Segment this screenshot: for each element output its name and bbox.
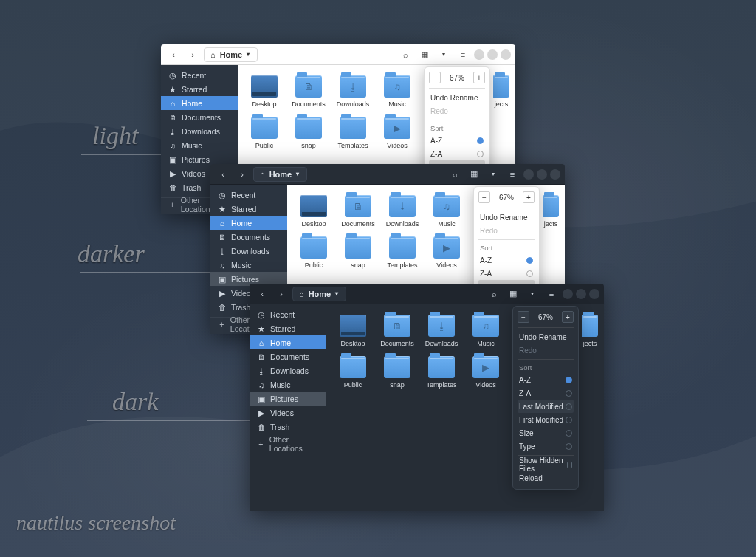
zoom-in-button[interactable]: +	[562, 311, 574, 323]
sidebar-item-home[interactable]: ⌂Home	[250, 335, 326, 349]
sidebar-item-pictures[interactable]: ▣Pictures	[250, 392, 326, 406]
reload-menu-item[interactable]: Reload	[518, 471, 574, 485]
sidebar-item-music[interactable]: ♫Music	[250, 377, 326, 392]
sort-option-a-z[interactable]: A-Z	[478, 253, 535, 267]
sidebar-item-recent[interactable]: ◷Recent	[210, 188, 287, 202]
zoom-out-button[interactable]: −	[478, 191, 490, 203]
sidebar-item-recent[interactable]: ◷Recent	[250, 307, 326, 321]
folder-item-desktop[interactable]: Desktop	[334, 315, 372, 347]
sidebar-item-home[interactable]: ⌂Home	[210, 216, 287, 230]
view-grid-button[interactable]: ▦	[505, 286, 521, 302]
sort-option-first-modified[interactable]: First Modified	[518, 413, 574, 426]
view-grid-button[interactable]: ▦	[466, 166, 482, 182]
folder-item[interactable]: jects	[493, 75, 509, 108]
path-button[interactable]: ⌂Home▾	[204, 47, 258, 62]
sidebar-item-videos[interactable]: ▶Videos	[250, 406, 326, 420]
folder-item[interactable]: jects	[582, 315, 598, 347]
sort-option-last-modified[interactable]: Last Modified	[518, 400, 574, 413]
window-maximize-button[interactable]	[537, 169, 547, 180]
window-close-button[interactable]	[550, 169, 560, 180]
folder-item-snap[interactable]: snap	[289, 117, 328, 149]
folder-item-videos[interactable]: ▶Videos	[378, 117, 416, 149]
sidebar-item-downloads[interactable]: ⭳Downloads	[161, 124, 238, 138]
sidebar-item-downloads[interactable]: ⭳Downloads	[250, 363, 326, 377]
sidebar-item-documents[interactable]: 🗎Documents	[161, 110, 238, 124]
show-hidden-menu-item[interactable]: Show Hidden Files	[518, 458, 574, 471]
folder-item-documents[interactable]: 🗎Documents	[289, 75, 328, 108]
content-area[interactable]: jectsDesktop🗎Documents⭳Downloads♫MusicPu…	[326, 304, 604, 511]
hamburger-button[interactable]: ≡	[504, 166, 520, 182]
folder-item-documents[interactable]: 🗎Documents	[378, 315, 416, 347]
folder-item-music[interactable]: ♫Music	[378, 75, 416, 108]
folder-item-documents[interactable]: 🗎Documents	[339, 195, 377, 228]
search-button[interactable]: ⌕	[486, 286, 502, 302]
view-dropdown-button[interactable]: ▾	[485, 166, 501, 182]
search-button[interactable]: ⌕	[447, 166, 463, 182]
undo-menu-item[interactable]: Undo Rename	[429, 91, 485, 104]
folder-item-downloads[interactable]: ⭳Downloads	[334, 75, 372, 108]
undo-menu-item[interactable]: Undo Rename	[518, 330, 574, 344]
folder-item-templates[interactable]: Templates	[334, 117, 372, 149]
undo-menu-item[interactable]: Undo Rename	[478, 211, 535, 224]
folder-item-downloads[interactable]: ⭳Downloads	[422, 315, 461, 347]
nav-back-button[interactable]: ‹	[215, 166, 231, 182]
nav-forward-button[interactable]: ›	[273, 286, 289, 302]
sidebar-item-starred[interactable]: ★Starred	[210, 202, 287, 216]
view-grid-button[interactable]: ▦	[416, 47, 433, 63]
folder-item-templates[interactable]: Templates	[422, 356, 461, 389]
sort-option-a-z[interactable]: A-Z	[518, 373, 574, 386]
folder-item-desktop[interactable]: Desktop	[245, 75, 284, 108]
sort-option-size[interactable]: Size	[518, 426, 574, 440]
sidebar-item-trash[interactable]: 🗑Trash	[250, 420, 326, 434]
path-button[interactable]: ⌂Home▾	[292, 287, 346, 301]
folder-item-snap[interactable]: snap	[378, 356, 416, 389]
folder-item-music[interactable]: ♫Music	[467, 315, 505, 347]
folder-item[interactable]: jects	[543, 195, 559, 228]
sidebar-item-music[interactable]: ♫Music	[161, 138, 238, 152]
nav-forward-button[interactable]: ›	[185, 47, 201, 63]
sidebar-item-downloads[interactable]: ⭳Downloads	[210, 244, 287, 258]
sidebar-item-music[interactable]: ♫Music	[210, 258, 287, 272]
window-minimize-button[interactable]	[474, 49, 484, 60]
folder-item-downloads[interactable]: ⭳Downloads	[383, 195, 422, 228]
nav-back-button[interactable]: ‹	[254, 286, 270, 302]
zoom-out-button[interactable]: −	[429, 72, 441, 83]
sidebar-item-documents[interactable]: 🗎Documents	[210, 230, 287, 244]
sidebar-item-starred[interactable]: ★Starred	[250, 321, 326, 335]
window-close-button[interactable]	[501, 49, 511, 60]
folder-item-desktop[interactable]: Desktop	[295, 195, 333, 228]
zoom-in-button[interactable]: +	[473, 72, 485, 83]
sidebar-item-starred[interactable]: ★Starred	[161, 82, 238, 96]
zoom-in-button[interactable]: +	[523, 191, 535, 203]
sort-option-a-z[interactable]: A-Z	[429, 134, 485, 147]
hamburger-button[interactable]: ≡	[543, 286, 560, 302]
sidebar-item-documents[interactable]: 🗎Documents	[250, 349, 326, 363]
sort-option-z-a[interactable]: Z-A	[429, 147, 485, 160]
window-minimize-button[interactable]	[523, 169, 534, 180]
zoom-out-button[interactable]: −	[518, 311, 529, 323]
window-minimize-button[interactable]	[563, 289, 573, 299]
folder-item-videos[interactable]: ▶Videos	[427, 236, 466, 269]
sidebar-item-recent[interactable]: ◷Recent	[161, 68, 238, 82]
window-maximize-button[interactable]	[487, 49, 498, 60]
folder-item-public[interactable]: Public	[245, 117, 284, 149]
path-button[interactable]: ⌂Home▾	[253, 167, 307, 182]
hamburger-button[interactable]: ≡	[455, 47, 471, 63]
nav-back-button[interactable]: ‹	[165, 47, 182, 63]
search-button[interactable]: ⌕	[397, 47, 413, 63]
folder-item-snap[interactable]: snap	[339, 236, 377, 269]
view-dropdown-button[interactable]: ▾	[524, 286, 540, 302]
sort-option-type[interactable]: Type	[518, 440, 574, 453]
nav-forward-button[interactable]: ›	[234, 166, 250, 182]
sidebar-item-home[interactable]: ⌂Home	[161, 96, 238, 110]
folder-item-public[interactable]: Public	[334, 356, 372, 389]
folder-item-music[interactable]: ♫Music	[427, 195, 466, 228]
folder-item-templates[interactable]: Templates	[383, 236, 422, 269]
sort-option-z-a[interactable]: Z-A	[518, 386, 574, 400]
sort-option-z-a[interactable]: Z-A	[478, 267, 535, 280]
folder-item-videos[interactable]: ▶Videos	[467, 356, 505, 389]
folder-item-public[interactable]: Public	[295, 236, 333, 269]
window-maximize-button[interactable]	[576, 289, 586, 299]
view-dropdown-button[interactable]: ▾	[436, 47, 452, 63]
window-close-button[interactable]	[589, 289, 599, 299]
